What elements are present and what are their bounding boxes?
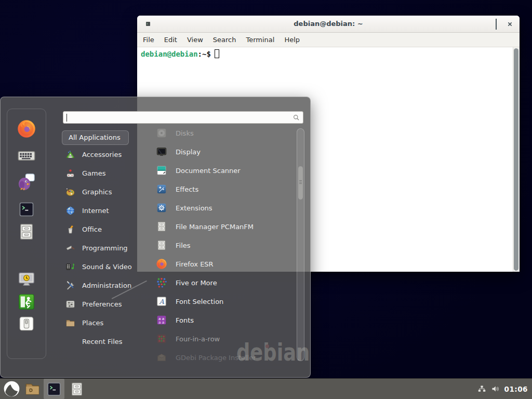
terminal-taskbar-button[interactable]: [44, 379, 64, 399]
category-places[interactable]: Places: [62, 313, 151, 332]
app-row-fonts[interactable]: a aa a Fonts: [151, 311, 297, 329]
app-row-gdebi-package-installer[interactable]: GDebi Package Installer: [151, 348, 297, 367]
favorite-terminal-icon[interactable]: [18, 201, 35, 218]
menu-edit[interactable]: Edit: [164, 36, 177, 44]
app-label: Font Selection: [176, 298, 223, 305]
app-row-display[interactable]: Display: [151, 142, 297, 161]
category-preferences[interactable]: Preferences: [62, 295, 151, 313]
app-row-five-or-more[interactable]: Five or More: [151, 273, 297, 292]
menu-search-field[interactable]: [63, 111, 303, 124]
all-applications-button[interactable]: All Applications: [62, 130, 129, 145]
disks-icon: [156, 127, 167, 139]
files-taskbar-button[interactable]: [66, 379, 87, 399]
category-label: Internet: [82, 207, 109, 215]
category-graphics[interactable]: Graphics: [62, 182, 151, 201]
app-row-document-scanner[interactable]: Document Scanner: [151, 161, 297, 180]
app-label: Extensions: [176, 204, 212, 212]
app-row-firefox-esr[interactable]: Firefox ESR: [151, 255, 297, 273]
category-programming[interactable]: Programming: [62, 238, 151, 257]
category-recent-files[interactable]: Recent Files: [62, 332, 151, 351]
terminal-titlebar[interactable]: debian@debian: ~: [137, 16, 520, 33]
app-row-file-manager-pcmanfm[interactable]: File Manager PCManFM: [151, 217, 297, 236]
app-label: Document Scanner: [176, 167, 241, 175]
app-row-four-in-a-row[interactable]: Four-in-a-row: [151, 329, 297, 348]
category-accessories[interactable]: Accessories: [62, 145, 151, 164]
app-label: Fonts: [176, 316, 194, 324]
four-in-a-row-icon: [156, 333, 167, 344]
favorite-log-out-icon[interactable]: [17, 292, 36, 311]
games-icon: [65, 168, 75, 178]
network-icon[interactable]: [477, 384, 486, 393]
menu-logo-icon: [3, 380, 20, 397]
terminal-icon: [46, 381, 62, 397]
category-internet[interactable]: Internet: [62, 201, 151, 220]
menu-scrollbar[interactable]: [297, 128, 304, 361]
menu-help[interactable]: Help: [284, 36, 300, 44]
fonts-icon: a aa a: [156, 314, 167, 326]
prompt-user-host: debian@debian: [141, 50, 198, 58]
app-label: Firefox ESR: [176, 260, 214, 268]
folder-icon: [24, 381, 41, 397]
menu-view[interactable]: View: [187, 36, 203, 44]
preferences-icon: [65, 299, 75, 309]
application-menu: All Applications Accessories Games Graph…: [0, 97, 311, 378]
app-label: GDebi Package Installer: [176, 354, 256, 362]
desktop: debian debian@debian: ~ File Edit View S…: [0, 0, 532, 399]
file-cabinet-icon: [156, 221, 167, 232]
search-icon: [292, 114, 300, 122]
menu-terminal[interactable]: Terminal: [246, 36, 274, 44]
administration-icon: [65, 281, 75, 290]
app-row-extensions[interactable]: Extensions: [151, 198, 297, 217]
category-label: Preferences: [82, 300, 122, 308]
category-label: Graphics: [82, 188, 112, 196]
category-label: Programming: [82, 244, 128, 252]
category-sound-video[interactable]: Sound & Video: [62, 257, 151, 276]
app-label: Effects: [176, 185, 198, 193]
favorite-lock-screen-icon[interactable]: [17, 270, 36, 289]
favorite-keyboard-icon[interactable]: [17, 147, 36, 165]
menu-search[interactable]: Search: [213, 36, 236, 44]
gdebi-icon: [156, 352, 167, 363]
favorite-firefox-icon[interactable]: [17, 119, 36, 139]
favorites-column: [7, 109, 46, 359]
prompt-path: :~$: [198, 50, 211, 58]
favorite-file-manager-icon[interactable]: [17, 222, 36, 241]
sound-video-icon: [65, 262, 75, 272]
close-button[interactable]: [508, 22, 512, 26]
taskbar: 01:06: [0, 378, 532, 399]
graphics-icon: [65, 187, 75, 197]
category-list: Accessories Games Graphics Internet Offi…: [62, 145, 151, 351]
category-office[interactable]: Office: [62, 220, 151, 238]
app-label: Disks: [176, 129, 194, 137]
terminal-scrollbar-thumb[interactable]: [514, 48, 518, 271]
app-label: Display: [176, 148, 201, 156]
terminal-scrollbar[interactable]: [513, 47, 520, 272]
clock[interactable]: 01:06: [504, 385, 528, 393]
menu-scrollbar-thumb[interactable]: [298, 166, 303, 200]
volume-icon[interactable]: [491, 384, 500, 393]
menu-button[interactable]: [1, 379, 22, 399]
search-input[interactable]: [66, 113, 287, 123]
category-games[interactable]: Games: [62, 164, 151, 182]
category-label: Office: [82, 225, 102, 233]
display-icon: [156, 146, 167, 157]
desktop-folder-button[interactable]: [22, 379, 43, 399]
favorite-shut-down-icon[interactable]: [18, 315, 35, 332]
favorite-pidgin-icon[interactable]: [17, 172, 36, 192]
app-label: Five or More: [176, 279, 217, 287]
app-row-effects[interactable]: Effects: [151, 180, 297, 198]
file-cabinet-icon: [69, 381, 85, 397]
maximize-button[interactable]: [496, 19, 497, 29]
app-label: Four-in-a-row: [176, 335, 220, 343]
internet-icon: [65, 206, 75, 216]
terminal-cursor: [215, 49, 219, 58]
app-label: File Manager PCManFM: [176, 223, 254, 231]
category-label: Accessories: [82, 151, 122, 158]
app-row-files[interactable]: Files: [151, 236, 297, 255]
menu-file[interactable]: File: [143, 36, 154, 44]
text-caret: [66, 114, 67, 122]
shell-prompt: debian@debian:~$: [141, 49, 219, 58]
font-selection-icon: A: [156, 296, 167, 307]
app-row-font-selection[interactable]: A Font Selection: [151, 292, 297, 311]
app-row-disks[interactable]: Disks: [151, 124, 297, 142]
